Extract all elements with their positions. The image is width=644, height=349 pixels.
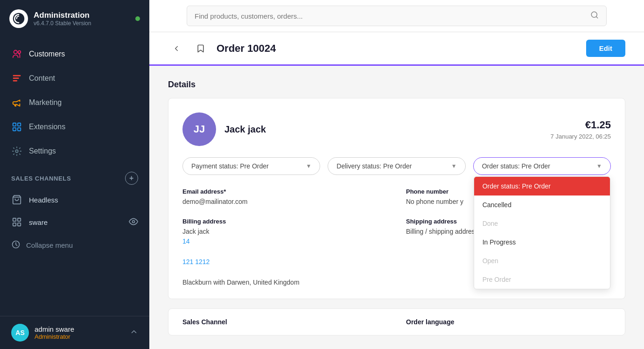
headless-label: Headless: [29, 196, 58, 204]
dropdown-option-pre-order-selected[interactable]: Order status: Pre Order: [474, 177, 610, 195]
clock-icon: [11, 240, 21, 251]
sidebar: Administration v6.4.7.0 Stable Version C…: [0, 0, 149, 349]
sidebar-item-marketing[interactable]: Marketing: [0, 91, 149, 115]
bookmark-button[interactable]: [192, 40, 209, 57]
sidebar-item-headless[interactable]: Headless: [0, 188, 149, 211]
user-info: admin sware Administrator: [35, 325, 74, 340]
user-role: Administrator: [35, 333, 74, 340]
svg-rect-7: [13, 128, 16, 131]
user-profile[interactable]: AS admin sware Administrator: [0, 316, 149, 349]
add-sales-channel-button[interactable]: +: [125, 172, 138, 185]
bottom-grid: Sales Channel Order language: [182, 318, 611, 326]
billing-value: Jack jack 14 121 1212 Blackburn with Dar…: [182, 227, 387, 287]
svg-rect-8: [18, 123, 21, 126]
megaphone-icon: [11, 97, 22, 108]
svg-rect-12: [13, 218, 16, 221]
email-value: demo@mailinator.com: [182, 197, 387, 207]
sware-label: sware: [29, 218, 48, 226]
sidebar-item-sware[interactable]: sware: [0, 211, 149, 233]
chevron-up-icon: [130, 328, 138, 338]
svg-point-2: [18, 51, 21, 54]
order-card: JJ Jack jack €1.25 7 January 2022, 06:25…: [168, 98, 625, 299]
sidebar-item-content-label: Content: [29, 74, 55, 83]
svg-point-10: [15, 150, 18, 153]
order-date: 7 January 2022, 06:25: [551, 133, 611, 140]
app-version: v6.4.7.0 Stable Version: [34, 20, 130, 27]
sidebar-item-customers[interactable]: Customers: [0, 42, 149, 66]
app-title-block: Administration v6.4.7.0 Stable Version: [34, 11, 130, 27]
svg-rect-5: [13, 80, 17, 82]
sidebar-item-customers-label: Customers: [29, 50, 65, 58]
dropdown-option-cancelled[interactable]: Cancelled: [474, 195, 610, 214]
app-title: Administration: [34, 11, 130, 20]
eye-icon: [129, 217, 138, 228]
grid-icon: [11, 216, 22, 228]
svg-rect-4: [13, 77, 19, 79]
sidebar-item-extensions[interactable]: Extensions: [0, 115, 149, 139]
user-name: admin sware: [35, 325, 74, 333]
collapse-menu-button[interactable]: Collapse menu: [0, 233, 149, 257]
order-amount: €1.25: [551, 119, 611, 131]
sales-channel-label: Sales Channel: [182, 318, 387, 326]
search-input[interactable]: [195, 12, 587, 20]
delivery-status-dropdown[interactable]: Delivery status: Pre Order ▼: [328, 157, 465, 175]
chevron-down-icon: ▼: [451, 163, 457, 169]
avatar: AS: [11, 324, 29, 342]
sales-channels-section: Sales Channels +: [0, 163, 149, 188]
dropdown-option-pre-order: Pre Order: [474, 270, 610, 289]
online-indicator: [135, 16, 140, 21]
status-row: Payment status: Pre Order ▼ Delivery sta…: [182, 157, 611, 175]
people-icon: [11, 49, 22, 60]
sidebar-header: Administration v6.4.7.0 Stable Version: [0, 0, 149, 37]
chevron-down-icon: ▼: [306, 163, 311, 169]
order-language-label: Order language: [406, 318, 611, 326]
svg-rect-15: [18, 223, 21, 226]
search-wrapper: [187, 6, 607, 26]
dropdown-option-open: Open: [474, 251, 610, 270]
back-button[interactable]: [168, 40, 185, 57]
content-icon: [11, 73, 22, 84]
svg-rect-9: [18, 128, 21, 131]
sidebar-item-settings-label: Settings: [29, 147, 56, 155]
order-amount-block: €1.25 7 January 2022, 06:25: [551, 119, 611, 140]
svg-rect-13: [18, 218, 21, 221]
content-area: Details JJ Jack jack €1.25 7 January 202…: [149, 66, 644, 349]
svg-point-1: [14, 50, 17, 54]
main-content: Order 10024 Edit Details JJ Jack jack €1…: [149, 0, 644, 349]
sidebar-nav: Customers Content Marketing: [0, 37, 149, 316]
app-logo: [9, 9, 28, 28]
payment-status-dropdown[interactable]: Payment status: Pre Order ▼: [182, 157, 320, 175]
search-icon: [590, 11, 599, 21]
customer-name: Jack jack: [224, 124, 266, 135]
bottom-card: Sales Channel Order language: [168, 308, 625, 335]
email-field: Email address* demo@mailinator.com: [182, 188, 387, 207]
customer-info: JJ Jack jack: [182, 112, 266, 146]
bag-icon: [11, 194, 22, 205]
order-status-menu: Order status: Pre Order Cancelled Done I…: [474, 176, 610, 289]
dropdown-option-done: Done: [474, 214, 610, 233]
gear-icon: [11, 146, 22, 157]
edit-button[interactable]: Edit: [586, 40, 625, 57]
svg-rect-6: [13, 123, 16, 126]
svg-rect-14: [13, 223, 16, 226]
billing-field: Billing address Jack jack 14 121 1212 Bl…: [182, 218, 387, 287]
sidebar-item-content[interactable]: Content: [0, 66, 149, 91]
customer-avatar: JJ: [182, 112, 216, 146]
page-title: Order 10024: [217, 42, 579, 55]
order-header: JJ Jack jack €1.25 7 January 2022, 06:25: [182, 112, 611, 146]
sidebar-item-extensions-label: Extensions: [29, 123, 65, 131]
sidebar-item-marketing-label: Marketing: [29, 98, 62, 107]
search-bar: [149, 0, 644, 32]
order-status-dropdown[interactable]: Order status: Pre Order ▼ Order status: …: [473, 157, 611, 175]
chevron-down-icon: ▼: [596, 163, 602, 169]
sidebar-item-settings[interactable]: Settings: [0, 139, 149, 163]
svg-rect-3: [13, 75, 21, 77]
dropdown-option-in-progress[interactable]: In Progress: [474, 233, 610, 251]
extension-icon: [11, 121, 22, 133]
details-section-title: Details: [168, 80, 625, 90]
svg-point-16: [133, 220, 135, 223]
page-header: Order 10024 Edit: [149, 32, 644, 66]
